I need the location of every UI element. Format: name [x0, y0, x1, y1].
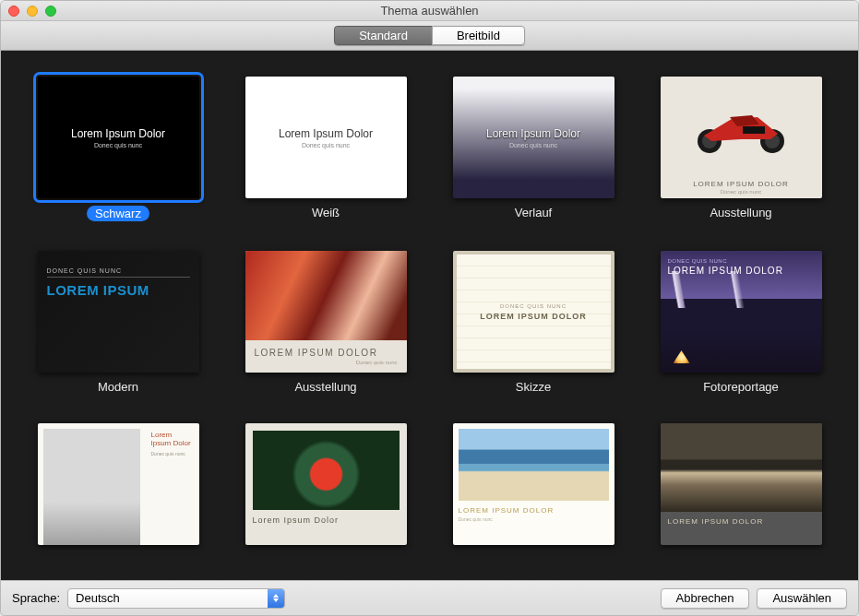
language-value: Deutsch — [76, 591, 120, 605]
language-label: Sprache: — [12, 591, 60, 605]
tab-widescreen[interactable]: Breitbild — [432, 26, 525, 45]
beach-photo-icon — [459, 429, 609, 501]
thumb-title: Lorem Ipsum Dolor — [279, 127, 373, 140]
template-label: Ausstellung — [294, 380, 356, 394]
template-label: Modern — [98, 380, 138, 394]
template-thumb: Lorem Ipsum Dolor Donec quis nunc — [245, 77, 407, 198]
close-icon[interactable] — [8, 6, 19, 17]
template-label: Schwarz — [87, 206, 149, 221]
svg-rect-4 — [743, 126, 765, 134]
template-fotoreportage[interactable]: DONEC QUIS NUNC LOREM IPSUM DOLOR Fotore… — [661, 251, 822, 394]
thumb-title: Lorem Ipsum Dolor — [486, 127, 580, 140]
template-label: Skizze — [516, 380, 551, 394]
template-thumb: Lorem Ipsum Dolor — [245, 423, 407, 545]
template-thumb: LOREM IPSUM DOLOR Donec quis nunc — [661, 77, 822, 198]
chevron-updown-icon — [268, 589, 284, 608]
template-verlauf[interactable]: Lorem Ipsum Dolor Donec quis nunc Verlau… — [453, 77, 614, 221]
template-thumb: Lorem Ipsum Dolor Donec quis nunc — [38, 77, 199, 198]
minimize-icon[interactable] — [27, 6, 38, 17]
titlebar: Thema auswählen — [1, 1, 858, 21]
template-ausstellung-paint[interactable]: LOREM IPSUM DOLOR Donec quis nunc Ausste… — [245, 251, 407, 394]
theme-chooser-window: Thema auswählen Standard Breitbild Lorem… — [0, 0, 859, 616]
template-thumb: LOREM IPSUM DOLOR Donec quis nunc — [245, 251, 407, 373]
traffic-lights — [8, 6, 56, 17]
template-thumb: Lorem Ipsum Dolor Donec quis nunc — [38, 423, 199, 545]
choose-button[interactable]: Auswählen — [757, 588, 847, 609]
footer: Sprache: Deutsch Abbrechen Auswählen — [1, 580, 858, 615]
template-thumb: Lorem Ipsum Dolor Donec quis nunc — [453, 77, 614, 198]
template-modern[interactable]: DONEC QUIS NUNC LOREM IPSUM Modern — [38, 251, 199, 394]
template-thumb: LOREM IPSUM DOLOR Donec quis nunc — [453, 423, 614, 545]
template-architecture[interactable]: Lorem Ipsum Dolor Donec quis nunc — [38, 423, 199, 552]
thumb-sub: Donec quis nunc — [302, 142, 350, 148]
template-grid: Lorem Ipsum Dolor Donec quis nunc Schwar… — [38, 77, 821, 552]
template-beach[interactable]: LOREM IPSUM DOLOR Donec quis nunc — [453, 423, 614, 552]
thumb-caption: LOREM IPSUM DOLOR Donec quis nunc — [661, 175, 822, 198]
template-label: Fotoreportage — [703, 380, 779, 394]
cancel-button[interactable]: Abbrechen — [661, 588, 750, 609]
language-select[interactable]: Deutsch — [67, 588, 285, 609]
aspect-segmented-control: Standard Breitbild — [334, 26, 525, 45]
template-parrot[interactable]: Lorem Ipsum Dolor — [245, 423, 407, 552]
thumb-title: Lorem Ipsum Dolor — [71, 127, 165, 140]
template-thumb: DONEC QUIS NUNC LOREM IPSUM — [38, 251, 199, 373]
template-gallery[interactable]: Lorem Ipsum Dolor Donec quis nunc Schwar… — [1, 51, 858, 580]
template-skizze[interactable]: DONEC QUIS NUNC LOREM IPSUM DOLOR Skizze — [453, 251, 614, 394]
template-weiss[interactable]: Lorem Ipsum Dolor Donec quis nunc Weiß — [245, 77, 407, 221]
template-ausstellung-moto[interactable]: LOREM IPSUM DOLOR Donec quis nunc Ausste… — [661, 77, 822, 221]
template-schwarz[interactable]: Lorem Ipsum Dolor Donec quis nunc Schwar… — [38, 77, 199, 221]
pottery-photo-icon — [661, 423, 822, 512]
tab-standard[interactable]: Standard — [334, 26, 432, 45]
mountain-photo-icon — [661, 299, 822, 373]
template-pottery[interactable]: LOREM IPSUM DOLOR — [661, 423, 822, 552]
parrot-photo-icon — [253, 431, 400, 510]
template-thumb: LOREM IPSUM DOLOR — [661, 423, 822, 545]
zoom-icon[interactable] — [45, 6, 56, 17]
paint-texture-icon — [245, 251, 407, 340]
bridge-photo-icon — [43, 429, 140, 545]
toolbar: Standard Breitbild — [1, 21, 858, 51]
thumb-sub: Donec quis nunc — [94, 142, 142, 148]
template-thumb: DONEC QUIS NUNC LOREM IPSUM DOLOR — [453, 251, 614, 373]
template-label: Weiß — [312, 206, 340, 219]
template-thumb: DONEC QUIS NUNC LOREM IPSUM DOLOR — [661, 251, 822, 373]
window-title: Thema auswählen — [1, 4, 858, 18]
tent-icon — [674, 350, 690, 363]
template-label: Ausstellung — [710, 206, 771, 219]
thumb-sub: Donec quis nunc — [509, 142, 557, 148]
template-label: Verlauf — [515, 206, 552, 219]
motorcycle-icon — [661, 77, 822, 175]
